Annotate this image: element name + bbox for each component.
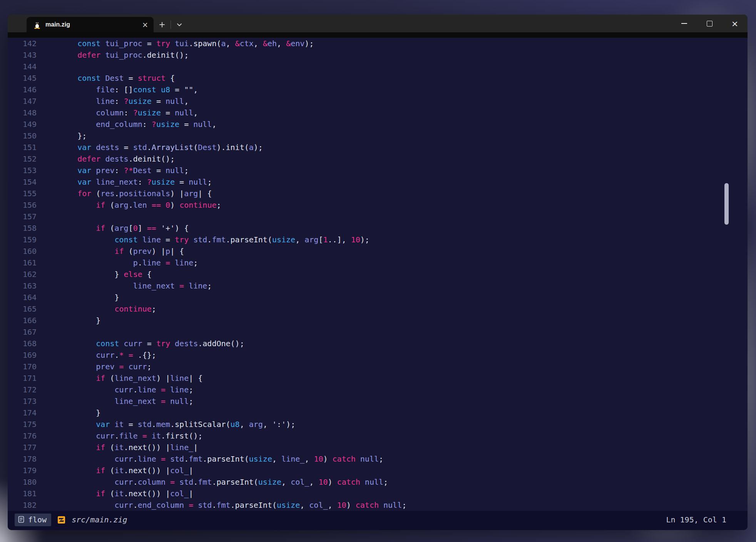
line-number: 155 — [9, 188, 37, 199]
code-line[interactable]: 167 — [9, 326, 748, 338]
line-number: 147 — [9, 95, 37, 107]
line-number: 167 — [9, 326, 37, 338]
code-line[interactable]: 161 p.line = line; — [9, 257, 748, 268]
code-line[interactable]: 174 } — [9, 407, 748, 419]
line-number: 153 — [9, 165, 37, 176]
code-text: if (it.next()) |col_| — [59, 465, 193, 476]
code-line[interactable]: 182 curr.end_column = std.fmt.parseInt(u… — [9, 499, 748, 511]
code-line[interactable]: 145 const Dest = struct { — [9, 72, 748, 84]
statusbar: flow src/main.zig Ln 195, Col 1 — [8, 511, 748, 530]
tabbar-bottom-strip — [8, 32, 748, 38]
line-number: 159 — [9, 234, 37, 245]
code-text: if (arg[0] == '+') { — [59, 222, 189, 234]
code-text: file: []const u8 = "", — [59, 84, 198, 95]
code-line[interactable]: 149 end_column: ?usize = null, — [9, 118, 748, 130]
line-number: 182 — [9, 499, 37, 511]
tab-dropdown-button[interactable] — [171, 17, 188, 32]
code-line[interactable]: 172 curr.line = line; — [9, 384, 748, 395]
code-line[interactable]: 179 if (it.next()) |col_| — [9, 465, 748, 476]
minimize-button[interactable] — [671, 15, 697, 32]
line-number: 157 — [9, 211, 37, 222]
tab-main-zig[interactable]: main.zig × — [27, 17, 154, 32]
statusbar-app-name: flow — [28, 515, 47, 524]
code-line[interactable]: 158 if (arg[0] == '+') { — [9, 222, 748, 234]
code-line[interactable]: 151 var dests = std.ArrayList(Dest).init… — [9, 142, 748, 153]
line-number: 143 — [9, 49, 37, 61]
line-number: 150 — [9, 130, 37, 142]
code-line[interactable]: 160 if (prev) |p| { — [9, 245, 748, 257]
code-line[interactable]: 170 prev = curr; — [9, 361, 748, 372]
code-text: line_next = null; — [59, 395, 193, 407]
code-editor[interactable]: 142 const tui_proc = try tui.spawn(a, &c… — [8, 38, 748, 511]
tab-title: main.zig — [45, 21, 137, 28]
maximize-icon — [707, 21, 713, 27]
code-text: var it = std.mem.splitScalar(u8, arg, ':… — [59, 419, 295, 430]
code-line[interactable]: 144 — [9, 61, 748, 72]
line-number: 165 — [9, 303, 37, 315]
window-controls: × — [671, 15, 748, 32]
code-line[interactable]: 175 var it = std.mem.splitScalar(u8, arg… — [9, 419, 748, 430]
new-tab-button[interactable]: + — [154, 17, 171, 32]
code-line[interactable]: 159 const line = try std.fmt.parseInt(us… — [9, 234, 748, 245]
tab-close-icon[interactable]: × — [142, 21, 148, 28]
code-text: curr.end_column = std.fmt.parseInt(usize… — [59, 499, 406, 511]
code-line[interactable]: 177 if (it.next()) |line_| — [9, 442, 748, 453]
line-number: 148 — [9, 107, 37, 118]
code-text: if (line_next) |line| { — [59, 372, 202, 384]
code-line[interactable]: 178 curr.line = std.fmt.parseInt(usize, … — [9, 453, 748, 465]
code-line[interactable]: 148 column: ?usize = null, — [9, 107, 748, 118]
code-text: defer dests.deinit(); — [59, 153, 175, 165]
code-text: prev = curr; — [59, 361, 152, 372]
line-number: 149 — [9, 118, 37, 130]
code-line[interactable]: 181 if (it.next()) |col_| — [9, 488, 748, 499]
code-line[interactable]: 164 } — [9, 292, 748, 303]
line-number: 145 — [9, 72, 37, 84]
terminal-window: main.zig × + × 142 const tui_proc = try … — [8, 15, 748, 530]
close-button[interactable]: × — [722, 15, 748, 32]
code-line[interactable]: 143 defer tui_proc.deinit(); — [9, 49, 748, 61]
code-line[interactable]: 155 for (res.positionals) |arg| { — [9, 188, 748, 199]
code-line[interactable]: 157 — [9, 211, 748, 222]
code-text: }; — [59, 130, 87, 142]
code-line[interactable]: 154 var line_next: ?usize = null; — [9, 176, 748, 188]
code-text: if (prev) |p| { — [59, 245, 184, 257]
code-line[interactable]: 165 continue; — [9, 303, 748, 315]
code-line[interactable]: 152 defer dests.deinit(); — [9, 153, 748, 165]
line-number: 163 — [9, 280, 37, 292]
statusbar-file-path[interactable]: src/main.zig — [72, 515, 127, 524]
code-text: end_column: ?usize = null, — [59, 118, 216, 130]
scrollbar-thumb[interactable] — [724, 183, 729, 225]
code-line[interactable]: 142 const tui_proc = try tui.spawn(a, &c… — [9, 38, 748, 49]
line-number: 180 — [9, 476, 37, 488]
code-line[interactable]: 168 const curr = try dests.addOne(); — [9, 338, 748, 349]
line-number: 177 — [9, 442, 37, 453]
code-text: curr.column = std.fmt.parseInt(usize, co… — [59, 476, 388, 488]
code-line[interactable]: 163 line_next = line; — [9, 280, 748, 292]
statusbar-mode-chip[interactable]: flow — [15, 514, 51, 526]
code-line[interactable]: 153 var prev: ?*Dest = null; — [9, 165, 748, 176]
code-line[interactable]: 176 curr.file = it.first(); — [9, 430, 748, 442]
maximize-button[interactable] — [697, 15, 722, 32]
code-line[interactable]: 166 } — [9, 315, 748, 326]
line-number: 156 — [9, 199, 37, 211]
statusbar-cursor-position[interactable]: Ln 195, Col 1 — [666, 515, 726, 524]
code-line[interactable]: 180 curr.column = std.fmt.parseInt(usize… — [9, 476, 748, 488]
code-line[interactable]: 156 if (arg.len == 0) continue; — [9, 199, 748, 211]
code-text: } — [59, 315, 100, 326]
code-text: } — [59, 407, 100, 419]
line-number: 175 — [9, 419, 37, 430]
code-text: curr.* = .{}; — [59, 349, 156, 361]
code-text: const curr = try dests.addOne(); — [59, 338, 244, 349]
code-line[interactable]: 173 line_next = null; — [9, 395, 748, 407]
line-number: 169 — [9, 349, 37, 361]
code-line[interactable]: 169 curr.* = .{}; — [9, 349, 748, 361]
close-icon: × — [731, 19, 738, 28]
code-line[interactable]: 146 file: []const u8 = "", — [9, 84, 748, 95]
code-line[interactable]: 150 }; — [9, 130, 748, 142]
code-text: const line = try std.fmt.parseInt(usize,… — [59, 234, 370, 245]
code-line[interactable]: 171 if (line_next) |line| { — [9, 372, 748, 384]
code-line[interactable]: 162 } else { — [9, 268, 748, 280]
line-number: 142 — [9, 38, 37, 49]
code-line[interactable]: 147 line: ?usize = null, — [9, 95, 748, 107]
code-text: var prev: ?*Dest = null; — [59, 165, 189, 176]
